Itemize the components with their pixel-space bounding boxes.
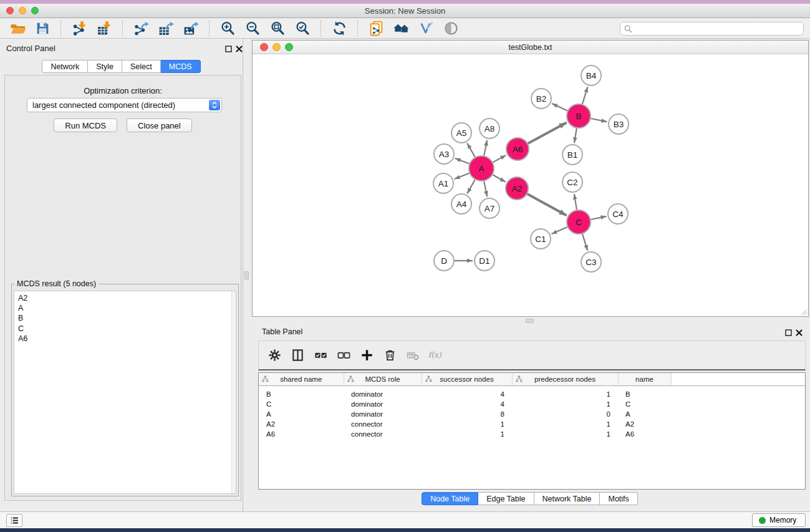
fx-button[interactable]: f(x) xyxy=(428,347,444,364)
column-button[interactable] xyxy=(289,347,306,364)
graph-node-C4[interactable]: C4 xyxy=(608,204,628,224)
graph-edge-B-B1[interactable] xyxy=(574,128,577,143)
minimize-window-button[interactable] xyxy=(19,7,26,14)
mcds-result-item[interactable]: C xyxy=(18,324,229,334)
graph-node-B[interactable]: B xyxy=(567,104,591,128)
table-cell[interactable]: A xyxy=(618,409,671,419)
control-panel-tab-mcds[interactable]: MCDS xyxy=(161,60,201,73)
graph-edge-A-A4[interactable] xyxy=(467,180,475,193)
table-tab-motifs[interactable]: Motifs xyxy=(600,492,637,505)
delete-row-button[interactable] xyxy=(382,347,398,364)
table-cell[interactable]: dominator xyxy=(344,409,422,419)
table-cell[interactable]: 1 xyxy=(512,419,618,429)
table-tab-node-table[interactable]: Node Table xyxy=(422,492,478,505)
export-table-button[interactable] xyxy=(156,20,176,37)
graph-node-B1[interactable]: B1 xyxy=(562,145,582,165)
float-panel-icon[interactable] xyxy=(224,45,233,53)
column-header[interactable]: predecessor nodes xyxy=(512,373,618,385)
network-graph[interactable]: AA6A2BCA5A8A3A1A4A7B2B4B3B1C2C4C1C3DD1 xyxy=(253,54,808,316)
control-panel-tab-network[interactable]: Network xyxy=(42,60,88,73)
delete-table-button[interactable] xyxy=(405,347,421,364)
table-cell[interactable]: C xyxy=(259,399,344,409)
column-header[interactable]: successor nodes xyxy=(422,373,512,385)
control-panel-tab-style[interactable]: Style xyxy=(88,60,122,73)
graph-edge-A-A8[interactable] xyxy=(484,140,487,156)
graph-edge-B-B4[interactable] xyxy=(582,87,588,104)
graph-edge-B-B2[interactable] xyxy=(552,104,567,111)
mcds-result-item[interactable]: A xyxy=(18,303,229,313)
criterion-select[interactable]: largest connected component (directed) xyxy=(27,98,222,112)
zoom-out-button[interactable] xyxy=(243,20,263,37)
resize-grip-icon[interactable] xyxy=(801,309,808,316)
table-row[interactable]: A6connector11A6 xyxy=(259,429,806,439)
network-close-button[interactable] xyxy=(260,43,268,51)
mcds-result-item[interactable]: A6 xyxy=(18,334,229,344)
table-cell[interactable]: connector xyxy=(344,429,422,439)
float-table-panel-icon[interactable] xyxy=(784,329,793,337)
mcds-result-item[interactable]: A2 xyxy=(18,293,229,303)
add-row-button[interactable] xyxy=(359,347,375,364)
graph-edge-C-C3[interactable] xyxy=(582,234,587,251)
search-input[interactable] xyxy=(635,24,799,33)
select-all-button[interactable] xyxy=(312,347,329,364)
graph-edge-A-A6[interactable] xyxy=(493,155,506,162)
zoom-in-button[interactable] xyxy=(218,20,238,37)
zoom-selected-button[interactable] xyxy=(292,20,312,37)
table-row[interactable]: Adominator80A xyxy=(259,409,806,419)
control-panel-tab-select[interactable]: Select xyxy=(122,60,161,73)
graph-edge-B-B3[interactable] xyxy=(591,118,607,122)
graph-edge-A-A2[interactable] xyxy=(493,175,505,181)
table-cell[interactable]: A xyxy=(259,409,344,419)
save-button[interactable] xyxy=(32,20,52,37)
table-row[interactable]: Bdominator41B xyxy=(259,385,806,399)
run-mcds-button[interactable]: Run MCDS xyxy=(54,118,117,132)
table-cell[interactable]: 4 xyxy=(422,399,512,409)
column-header[interactable]: name xyxy=(618,373,671,385)
export-image-button[interactable] xyxy=(181,20,201,37)
graph-node-B3[interactable]: B3 xyxy=(609,114,629,134)
graph-edge-A-A1[interactable] xyxy=(455,173,470,179)
graph-node-A5[interactable]: A5 xyxy=(451,123,471,143)
refresh-button[interactable] xyxy=(329,20,349,37)
graph-edge-A2-C[interactable] xyxy=(528,194,567,215)
graph-node-B4[interactable]: B4 xyxy=(581,65,601,85)
network-canvas[interactable]: AA6A2BCA5A8A3A1A4A7B2B4B3B1C2C4C1C3DD1 xyxy=(253,54,808,316)
table-cell[interactable]: 8 xyxy=(422,409,512,419)
graph-node-C3[interactable]: C3 xyxy=(581,252,601,272)
table-cell[interactable]: B xyxy=(618,385,671,399)
table-cell[interactable]: connector xyxy=(344,419,422,429)
column-header[interactable]: shared name xyxy=(259,373,344,385)
style-preview-button[interactable] xyxy=(416,20,436,37)
table-cell[interactable]: 1 xyxy=(512,399,618,409)
graph-node-A1[interactable]: A1 xyxy=(433,173,453,193)
panel-splitter-vertical[interactable] xyxy=(243,39,249,511)
close-panel-icon[interactable] xyxy=(235,45,243,53)
table-row[interactable]: Cdominator41C xyxy=(259,399,806,409)
import-table-button[interactable] xyxy=(94,20,114,37)
graph-node-D1[interactable]: D1 xyxy=(475,251,494,271)
graph-node-A6[interactable]: A6 xyxy=(506,138,529,160)
panel-splitter-horizontal[interactable] xyxy=(249,317,810,324)
close-table-panel-icon[interactable] xyxy=(795,329,803,337)
graph-node-A3[interactable]: A3 xyxy=(434,144,454,164)
graph-node-A[interactable]: A xyxy=(469,156,494,181)
table-cell[interactable]: A6 xyxy=(618,429,671,439)
import-network-button[interactable] xyxy=(69,20,89,37)
table-cell[interactable]: 1 xyxy=(422,429,512,439)
graph-node-A7[interactable]: A7 xyxy=(480,198,499,218)
table-cell[interactable]: dominator xyxy=(344,399,422,409)
table-cell[interactable]: A2 xyxy=(259,419,344,429)
graph-node-A2[interactable]: A2 xyxy=(506,177,528,200)
network-zoom-button[interactable] xyxy=(285,43,293,51)
graph-edge-C-C2[interactable] xyxy=(574,194,577,210)
graph-edge-A-A7[interactable] xyxy=(484,181,487,197)
graph-edge-C-C1[interactable] xyxy=(551,227,567,234)
clone-network-button[interactable] xyxy=(366,20,386,37)
graph-edge-A-A5[interactable] xyxy=(467,143,475,157)
table-cell[interactable]: A6 xyxy=(259,429,344,439)
memory-button[interactable]: Memory xyxy=(752,513,806,527)
show-hide-button[interactable] xyxy=(441,20,461,37)
graph-edge-A-A3[interactable] xyxy=(455,158,470,164)
graph-node-B2[interactable]: B2 xyxy=(531,89,551,109)
table-cell[interactable]: 1 xyxy=(512,385,618,399)
